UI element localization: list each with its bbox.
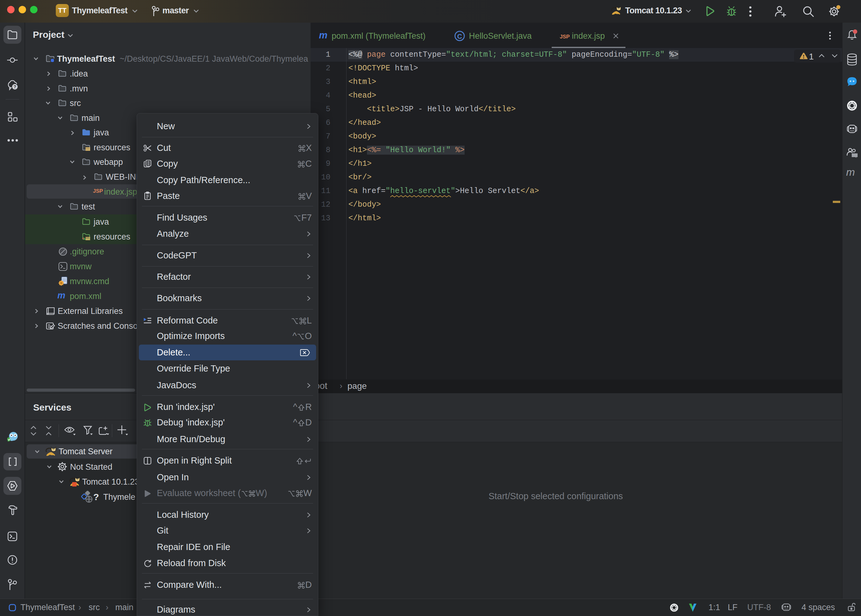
svg-text:C: C [457, 33, 462, 40]
svg-text:?: ? [14, 84, 16, 89]
